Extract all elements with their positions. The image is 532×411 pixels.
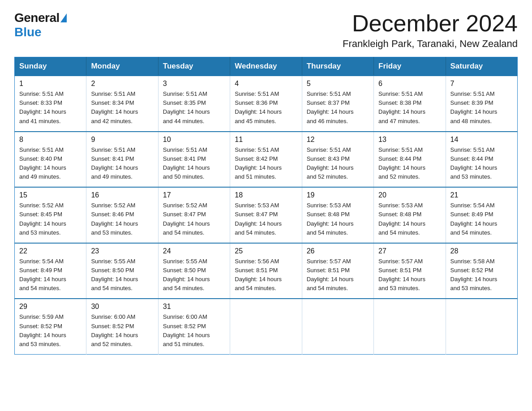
day-number: 7 [450, 80, 513, 88]
day-info: Sunrise: 5:51 AMSunset: 8:44 PMDaylight:… [378, 146, 441, 182]
day-number: 31 [163, 303, 225, 311]
calendar-cell: 26Sunrise: 5:57 AMSunset: 8:51 PMDayligh… [302, 243, 373, 299]
day-number: 28 [450, 247, 513, 255]
calendar-header-thursday: Thursday [302, 57, 373, 76]
calendar-week-3: 15Sunrise: 5:52 AMSunset: 8:45 PMDayligh… [15, 187, 518, 243]
calendar-cell: 15Sunrise: 5:52 AMSunset: 8:45 PMDayligh… [15, 187, 86, 243]
day-info: Sunrise: 5:51 AMSunset: 8:35 PMDaylight:… [163, 90, 225, 126]
day-info: Sunrise: 5:51 AMSunset: 8:38 PMDaylight:… [378, 90, 441, 126]
calendar: SundayMondayTuesdayWednesdayThursdayFrid… [14, 57, 518, 355]
day-info: Sunrise: 5:52 AMSunset: 8:45 PMDaylight:… [19, 201, 82, 237]
calendar-cell: 13Sunrise: 5:51 AMSunset: 8:44 PMDayligh… [374, 132, 446, 188]
calendar-cell: 28Sunrise: 5:58 AMSunset: 8:52 PMDayligh… [446, 243, 517, 299]
header: General Blue December 2024 Frankleigh Pa… [14, 11, 518, 50]
calendar-week-5: 29Sunrise: 5:59 AMSunset: 8:52 PMDayligh… [15, 299, 518, 354]
logo-blue: Blue [14, 25, 42, 39]
calendar-cell: 30Sunrise: 6:00 AMSunset: 8:52 PMDayligh… [86, 299, 158, 354]
title-block: December 2024 Frankleigh Park, Taranaki,… [343, 11, 518, 50]
calendar-header-sunday: Sunday [15, 57, 86, 76]
day-number: 3 [163, 80, 225, 88]
day-number: 11 [235, 136, 297, 144]
main-title: December 2024 [343, 11, 518, 36]
day-info: Sunrise: 5:51 AMSunset: 8:37 PMDaylight:… [307, 90, 369, 126]
day-number: 21 [450, 191, 513, 199]
calendar-cell: 24Sunrise: 5:55 AMSunset: 8:50 PMDayligh… [158, 243, 230, 299]
day-info: Sunrise: 5:57 AMSunset: 8:51 PMDaylight:… [307, 257, 369, 293]
logo-triangle-icon [60, 13, 67, 22]
day-number: 23 [91, 247, 153, 255]
calendar-cell: 16Sunrise: 5:52 AMSunset: 8:46 PMDayligh… [86, 187, 158, 243]
day-info: Sunrise: 5:51 AMSunset: 8:33 PMDaylight:… [19, 90, 82, 126]
day-number: 1 [19, 80, 82, 88]
day-info: Sunrise: 5:59 AMSunset: 8:52 PMDaylight:… [19, 313, 82, 349]
day-number: 14 [450, 136, 513, 144]
day-info: Sunrise: 6:00 AMSunset: 8:52 PMDaylight:… [91, 313, 153, 349]
calendar-cell: 18Sunrise: 5:53 AMSunset: 8:47 PMDayligh… [230, 187, 302, 243]
calendar-cell: 27Sunrise: 5:57 AMSunset: 8:51 PMDayligh… [374, 243, 446, 299]
calendar-header-wednesday: Wednesday [230, 57, 302, 76]
calendar-header-saturday: Saturday [446, 57, 517, 76]
day-number: 5 [307, 80, 369, 88]
day-number: 22 [19, 247, 82, 255]
calendar-header-monday: Monday [86, 57, 158, 76]
calendar-cell: 21Sunrise: 5:54 AMSunset: 8:49 PMDayligh… [446, 187, 517, 243]
calendar-header-friday: Friday [374, 57, 446, 76]
day-info: Sunrise: 5:54 AMSunset: 8:49 PMDaylight:… [450, 201, 513, 237]
day-info: Sunrise: 5:51 AMSunset: 8:42 PMDaylight:… [235, 146, 297, 182]
calendar-cell [302, 299, 373, 354]
calendar-week-2: 8Sunrise: 5:51 AMSunset: 8:40 PMDaylight… [15, 132, 518, 188]
day-info: Sunrise: 5:52 AMSunset: 8:47 PMDaylight:… [163, 201, 225, 237]
day-number: 17 [163, 191, 225, 199]
day-info: Sunrise: 5:51 AMSunset: 8:39 PMDaylight:… [450, 90, 513, 126]
day-number: 27 [378, 247, 441, 255]
day-info: Sunrise: 5:53 AMSunset: 8:48 PMDaylight:… [378, 201, 441, 237]
day-number: 4 [235, 80, 297, 88]
calendar-cell: 9Sunrise: 5:51 AMSunset: 8:41 PMDaylight… [86, 132, 158, 188]
day-number: 13 [378, 136, 441, 144]
day-number: 9 [91, 136, 153, 144]
page: General Blue December 2024 Frankleigh Pa… [0, 0, 532, 365]
calendar-cell: 1Sunrise: 5:51 AMSunset: 8:33 PMDaylight… [15, 76, 86, 132]
day-info: Sunrise: 5:57 AMSunset: 8:51 PMDaylight:… [378, 257, 441, 293]
calendar-cell: 6Sunrise: 5:51 AMSunset: 8:38 PMDaylight… [374, 76, 446, 132]
day-info: Sunrise: 5:51 AMSunset: 8:34 PMDaylight:… [91, 90, 153, 126]
day-info: Sunrise: 5:53 AMSunset: 8:48 PMDaylight:… [307, 201, 369, 237]
day-number: 18 [235, 191, 297, 199]
day-number: 29 [19, 303, 82, 311]
day-info: Sunrise: 5:51 AMSunset: 8:44 PMDaylight:… [450, 146, 513, 182]
day-number: 30 [91, 303, 153, 311]
calendar-cell: 11Sunrise: 5:51 AMSunset: 8:42 PMDayligh… [230, 132, 302, 188]
day-number: 12 [307, 136, 369, 144]
calendar-cell [446, 299, 517, 354]
day-info: Sunrise: 5:51 AMSunset: 8:41 PMDaylight:… [163, 146, 225, 182]
day-number: 16 [91, 191, 153, 199]
calendar-cell: 5Sunrise: 5:51 AMSunset: 8:37 PMDaylight… [302, 76, 373, 132]
calendar-week-1: 1Sunrise: 5:51 AMSunset: 8:33 PMDaylight… [15, 76, 518, 132]
calendar-cell [230, 299, 302, 354]
day-info: Sunrise: 5:51 AMSunset: 8:40 PMDaylight:… [19, 146, 82, 182]
calendar-cell: 3Sunrise: 5:51 AMSunset: 8:35 PMDaylight… [158, 76, 230, 132]
day-number: 15 [19, 191, 82, 199]
calendar-cell: 23Sunrise: 5:55 AMSunset: 8:50 PMDayligh… [86, 243, 158, 299]
day-info: Sunrise: 5:55 AMSunset: 8:50 PMDaylight:… [163, 257, 225, 293]
calendar-cell: 8Sunrise: 5:51 AMSunset: 8:40 PMDaylight… [15, 132, 86, 188]
day-number: 26 [307, 247, 369, 255]
day-number: 8 [19, 136, 82, 144]
calendar-cell: 29Sunrise: 5:59 AMSunset: 8:52 PMDayligh… [15, 299, 86, 354]
calendar-week-4: 22Sunrise: 5:54 AMSunset: 8:49 PMDayligh… [15, 243, 518, 299]
day-number: 20 [378, 191, 441, 199]
calendar-cell: 17Sunrise: 5:52 AMSunset: 8:47 PMDayligh… [158, 187, 230, 243]
calendar-cell: 4Sunrise: 5:51 AMSunset: 8:36 PMDaylight… [230, 76, 302, 132]
day-info: Sunrise: 5:54 AMSunset: 8:49 PMDaylight:… [19, 257, 82, 293]
calendar-cell: 31Sunrise: 6:00 AMSunset: 8:52 PMDayligh… [158, 299, 230, 354]
calendar-header-tuesday: Tuesday [158, 57, 230, 76]
day-info: Sunrise: 5:51 AMSunset: 8:43 PMDaylight:… [307, 146, 369, 182]
logo-blue-text: Blue [14, 25, 42, 39]
day-info: Sunrise: 5:52 AMSunset: 8:46 PMDaylight:… [91, 201, 153, 237]
calendar-cell: 20Sunrise: 5:53 AMSunset: 8:48 PMDayligh… [374, 187, 446, 243]
day-number: 25 [235, 247, 297, 255]
day-info: Sunrise: 5:51 AMSunset: 8:36 PMDaylight:… [235, 90, 297, 126]
calendar-cell: 14Sunrise: 5:51 AMSunset: 8:44 PMDayligh… [446, 132, 517, 188]
calendar-cell: 10Sunrise: 5:51 AMSunset: 8:41 PMDayligh… [158, 132, 230, 188]
calendar-cell: 2Sunrise: 5:51 AMSunset: 8:34 PMDaylight… [86, 76, 158, 132]
